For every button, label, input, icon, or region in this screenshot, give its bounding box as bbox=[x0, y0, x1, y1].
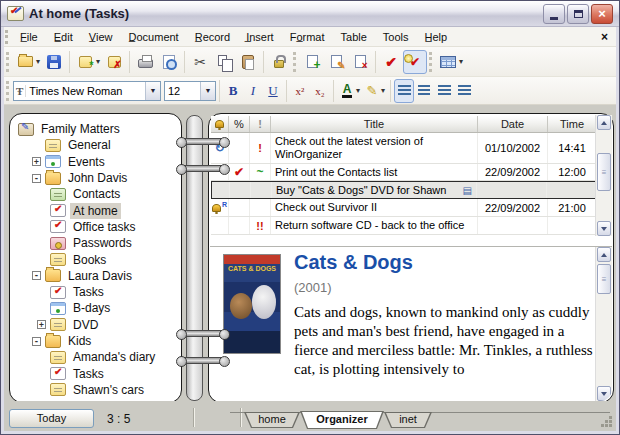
task-row[interactable]: R Check out Survivor II 22/09/2002 21:00 bbox=[211, 199, 596, 217]
toolbar-grip[interactable] bbox=[293, 52, 296, 72]
menu-view[interactable]: V̲iew bbox=[81, 27, 121, 47]
task-row[interactable]: ✔ ~ Print out the Contacts list 22/09/20… bbox=[211, 164, 596, 181]
highlight-button[interactable]: ✎ bbox=[362, 79, 382, 103]
font-size-dropdown[interactable]: ▼ bbox=[200, 82, 215, 100]
toolbar-grip[interactable] bbox=[6, 81, 9, 101]
scroll-down-button[interactable] bbox=[597, 221, 611, 236]
collapse-toggle[interactable]: - bbox=[32, 271, 41, 280]
tree-item-b-days[interactable]: B-days bbox=[10, 300, 181, 316]
today-button[interactable]: Today bbox=[9, 409, 94, 428]
menu-edit[interactable]: E̲dit bbox=[46, 27, 81, 47]
close-button[interactable]: × bbox=[591, 4, 613, 24]
scroll-down-button[interactable] bbox=[597, 386, 611, 401]
print-button[interactable] bbox=[133, 50, 157, 74]
binder-ring bbox=[179, 357, 227, 364]
resize-grip[interactable] bbox=[609, 424, 612, 427]
menu-table[interactable]: Table bbox=[333, 27, 375, 47]
delete-note-button[interactable]: ✗ bbox=[102, 50, 126, 74]
scroll-up-button[interactable] bbox=[597, 247, 611, 262]
scroll-up-button[interactable] bbox=[597, 115, 611, 130]
font-size-combo[interactable]: 12 ▼ bbox=[164, 81, 216, 101]
underline-button[interactable]: U bbox=[263, 79, 283, 103]
tab-inet[interactable]: inet bbox=[384, 412, 432, 428]
paste-button[interactable] bbox=[236, 50, 260, 74]
tab-organizer-active[interactable]: Organizer bbox=[300, 411, 384, 429]
tab-home[interactable]: home bbox=[244, 412, 300, 428]
tree-item-at-home[interactable]: At home bbox=[10, 202, 181, 218]
new-note-button[interactable]: * bbox=[73, 50, 97, 74]
align-center-button[interactable] bbox=[414, 79, 434, 103]
tree-item-tasks-kids[interactable]: Tasks bbox=[10, 365, 181, 381]
task-row[interactable]: ↻ ! Check out the latest version of WinO… bbox=[211, 133, 596, 164]
tree-item-john-davis[interactable]: -John Davis bbox=[10, 170, 181, 186]
time-column-header[interactable]: Time bbox=[548, 116, 596, 132]
save-button[interactable] bbox=[42, 50, 66, 74]
collapse-toggle[interactable]: - bbox=[32, 174, 41, 183]
menubar-grip[interactable] bbox=[5, 30, 8, 44]
tree-item-office-tasks[interactable]: Office tasks bbox=[10, 219, 181, 235]
task-row[interactable]: !! Return software CD - back to the offi… bbox=[211, 217, 596, 235]
tree-item-general[interactable]: General bbox=[10, 137, 181, 153]
priority-column-header[interactable]: ! bbox=[250, 116, 271, 132]
menu-format[interactable]: Fo̲rmat bbox=[282, 27, 333, 47]
open-notebook-button[interactable] bbox=[13, 50, 37, 74]
calendar-icon bbox=[45, 155, 61, 168]
print-preview-button[interactable] bbox=[157, 50, 181, 74]
tree-item-passwords[interactable]: Passwords bbox=[10, 235, 181, 251]
delete-record-button[interactable]: × bbox=[348, 50, 372, 74]
alarm-column-header[interactable] bbox=[211, 116, 229, 132]
font-name-dropdown[interactable]: ▼ bbox=[145, 82, 160, 100]
tree-item-label: Shawn's cars bbox=[70, 382, 147, 398]
toolbar-grip[interactable] bbox=[6, 52, 9, 72]
tree-item-contacts[interactable]: Contacts bbox=[10, 186, 181, 202]
menu-document[interactable]: D̲ocument bbox=[121, 27, 187, 47]
align-right-button[interactable] bbox=[434, 79, 454, 103]
add-record-button[interactable]: + bbox=[300, 50, 324, 74]
minimize-button[interactable] bbox=[543, 4, 565, 24]
tree-item-events[interactable]: +Events bbox=[10, 154, 181, 170]
expand-toggle[interactable]: + bbox=[32, 157, 41, 166]
tree-item-dvd[interactable]: +DVD bbox=[10, 317, 181, 333]
preview-scrollbar[interactable] bbox=[595, 247, 612, 401]
tree-item-label: Books bbox=[70, 252, 109, 268]
tree-item-laura-davis[interactable]: -Laura Davis bbox=[10, 268, 181, 284]
tree-item-shawns-cars[interactable]: Shawn's cars bbox=[10, 382, 181, 398]
tree-item-tasks-laura[interactable]: Tasks bbox=[10, 284, 181, 300]
cut-button[interactable]: ✂ bbox=[188, 50, 212, 74]
menu-help[interactable]: H̲elp bbox=[417, 27, 456, 47]
scrollbar-thumb[interactable] bbox=[597, 153, 611, 191]
toolbar-grip[interactable] bbox=[429, 52, 432, 72]
task-list-scrollbar[interactable] bbox=[595, 115, 612, 236]
tree-item-amandas-diary[interactable]: Amanda's diary bbox=[10, 349, 181, 365]
tree-item-books[interactable]: Books bbox=[10, 251, 181, 267]
tree-item-kids[interactable]: -Kids bbox=[10, 333, 181, 349]
font-name-combo[interactable]: Ŧ Times New Roman ▼ bbox=[13, 81, 161, 101]
font-color-button[interactable]: A bbox=[337, 79, 357, 103]
superscript-button[interactable]: x² bbox=[290, 79, 310, 103]
close-document-icon[interactable]: × bbox=[601, 30, 608, 44]
edit-record-button[interactable]: ✎ bbox=[324, 50, 348, 74]
menu-insert[interactable]: I̲nsert bbox=[238, 27, 282, 47]
italic-button[interactable]: I bbox=[243, 79, 263, 103]
menu-record[interactable]: R̲ecord bbox=[187, 27, 238, 47]
maximize-button[interactable] bbox=[567, 4, 589, 24]
task-row-selected[interactable]: Buy "Cats & Dogs" DVD for Shawn▤ bbox=[211, 181, 596, 199]
percent-column-header[interactable]: % bbox=[229, 116, 250, 132]
expand-toggle[interactable]: + bbox=[37, 320, 46, 329]
bold-button[interactable]: B bbox=[223, 79, 243, 103]
hide-completed-toggle[interactable]: ✔ bbox=[403, 50, 427, 74]
align-left-button[interactable] bbox=[394, 79, 414, 103]
title-column-header[interactable]: Title bbox=[271, 116, 478, 132]
table-view-button[interactable] bbox=[436, 50, 460, 74]
align-justify-button[interactable] bbox=[454, 79, 474, 103]
scrollbar-thumb[interactable] bbox=[597, 264, 611, 294]
protect-button[interactable] bbox=[267, 50, 291, 74]
copy-button[interactable] bbox=[212, 50, 236, 74]
menu-file[interactable]: F̲ile bbox=[12, 27, 46, 47]
collapse-toggle[interactable]: - bbox=[32, 337, 41, 346]
subscript-button[interactable]: x₂ bbox=[310, 79, 330, 103]
tree-item-family-matters[interactable]: Family Matters bbox=[10, 121, 181, 137]
menu-tools[interactable]: Tools bbox=[375, 27, 417, 47]
mark-complete-button[interactable]: ✔ bbox=[379, 50, 403, 74]
date-column-header[interactable]: Date bbox=[478, 116, 548, 132]
